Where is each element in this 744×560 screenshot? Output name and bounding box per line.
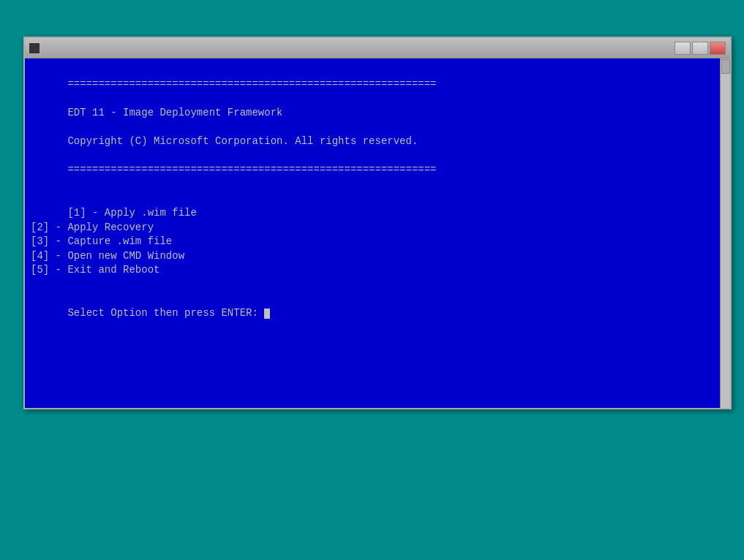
terminal-body[interactable]: ========================================… xyxy=(25,58,730,408)
window-controls xyxy=(675,42,726,55)
terminal-content: ========================================… xyxy=(31,63,724,335)
title-bar-left xyxy=(29,43,44,53)
maximize-button[interactable] xyxy=(692,42,708,55)
scrollbar-thumb[interactable] xyxy=(721,59,730,74)
close-button[interactable] xyxy=(710,42,726,55)
cmd-window[interactable]: ========================================… xyxy=(23,37,732,409)
minimize-button[interactable] xyxy=(675,42,691,55)
scrollbar[interactable] xyxy=(720,58,730,408)
title-bar xyxy=(25,38,730,58)
cmd-icon xyxy=(29,43,40,53)
